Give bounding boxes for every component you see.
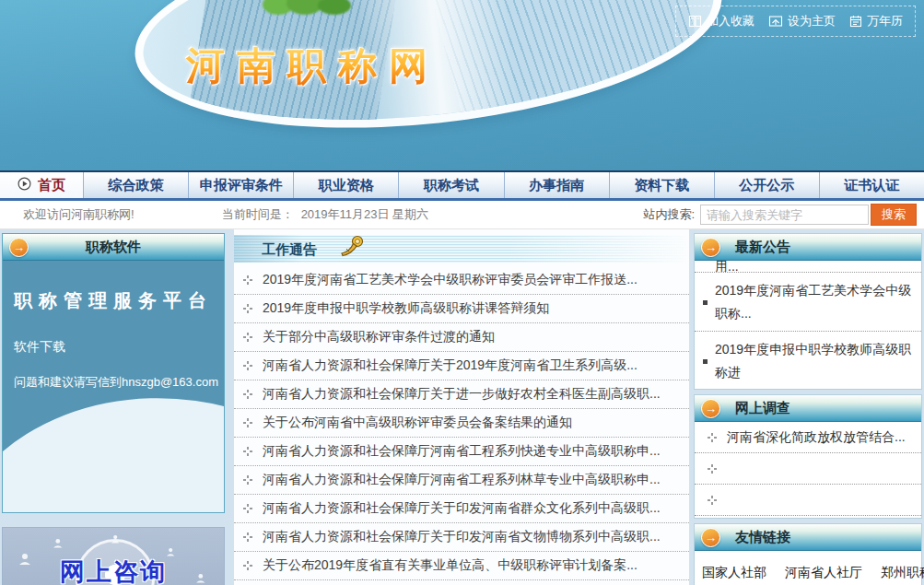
panel-title: 友情链接 — [735, 529, 790, 546]
notice-link[interactable]: 河南省人力资源和社会保障厅关于2019年度河南省卫生系列高级... — [234, 352, 689, 380]
nav-items: 综合政策申报评审条件职业资格职称考试办事指南资料下载公开公示证书认证 — [83, 172, 924, 198]
survey-header: → 网上调查 — [695, 395, 921, 422]
software-download-link[interactable]: 软件下载 — [14, 339, 224, 356]
trumpet-icon — [337, 235, 365, 266]
calendar-icon — [849, 15, 862, 28]
bullet-icon — [243, 561, 252, 570]
page: 河南职称网 加入收藏 设为主页 — [0, 0, 924, 585]
nav-item[interactable]: 办事指南 — [504, 172, 609, 198]
survey-link[interactable]: 河南省深化简政放权放管结合... — [695, 422, 921, 453]
welcome-text: 欢迎访问河南职称网! — [23, 206, 135, 223]
bullet-icon — [243, 475, 252, 485]
search-label: 站内搜索: — [643, 206, 695, 223]
nav-item[interactable]: 职业资格 — [293, 172, 398, 198]
search-button[interactable]: 搜索 — [871, 204, 917, 226]
friend-link[interactable]: 郑州职称网 — [881, 565, 924, 581]
nav-item[interactable]: 职称考试 — [398, 172, 503, 198]
site-search: 站内搜索: 搜索 — [643, 204, 917, 226]
nav-item[interactable]: 公开公示 — [714, 172, 819, 198]
arrow-circle-icon: → — [701, 238, 720, 257]
add-favorite-link[interactable]: 加入收藏 — [688, 13, 754, 29]
notice-link[interactable]: 河南省人力资源和社会保障厅关于进一步做好农村全科医生副高级职... — [234, 380, 689, 409]
set-homepage-link[interactable]: 设为主页 — [768, 13, 836, 29]
section-title: 工作通告 — [262, 241, 317, 257]
time-label: 当前时间是： — [222, 206, 294, 223]
friend-link[interactable]: 国家人社部 — [702, 565, 766, 581]
bullet-icon — [243, 532, 252, 542]
bullet-icon — [243, 275, 252, 285]
friend-links-panel: → 友情链接 国家人社部河南省人社厅郑州职称网 — [694, 523, 922, 585]
work-notices-header: 工作通告 — [234, 235, 689, 263]
bullet-icon — [243, 333, 252, 342]
foliage-image — [263, 0, 373, 22]
notice-link[interactable]: 关于公布河南省中高级职称评审委员会备案结果的通知 — [234, 409, 689, 438]
friend-link[interactable]: 河南省人社厅 — [785, 565, 862, 581]
nav-item[interactable]: 申报评审条件 — [188, 172, 293, 198]
set-home-icon — [768, 15, 783, 28]
bookmark-icon — [688, 15, 702, 28]
announcements-header: → 最新公告 — [695, 234, 921, 261]
notice-link[interactable]: 2019年度河南省工艺美术学会中级职称评审委员会评审工作报送... — [234, 266, 689, 295]
announcement-list: 2019年度河南省工艺美术学会中级职称... 2019年度申报中职学校教师高级职… — [695, 273, 921, 390]
contact-text: 问题和建议请写信到hnszgb@163.com — [14, 374, 224, 391]
bullet-icon — [243, 304, 252, 313]
info-bar: 欢迎访问河南职称网! 当前时间是： 2019年11月23日 星期六 站内搜索: … — [0, 201, 924, 229]
content-area: → 职称软件 职称管理服务平台 软件下载 问题和建议请写信到hnszgb@163… — [0, 229, 924, 585]
search-input[interactable] — [700, 205, 869, 225]
survey-list: 河南省深化简政放权放管结合... — [695, 422, 921, 516]
survey-link[interactable] — [695, 485, 921, 516]
nav-item-home[interactable]: 首页 — [0, 172, 83, 198]
nav-item[interactable]: 资料下载 — [609, 172, 714, 198]
panel-title: 职称软件 — [29, 239, 198, 256]
nav-item[interactable]: 综合政策 — [83, 172, 188, 198]
dot-bullet-icon — [703, 359, 708, 364]
notice-link[interactable]: 2019年度申报中职学校教师高级职称讲课答辩须知 — [234, 295, 689, 323]
consult-banner-title: 网上咨询 — [3, 556, 224, 585]
announcements-panel: → 最新公告 用... 2019年度河南省工艺美术学会中级职称... — [694, 233, 922, 390]
quick-links: 加入收藏 设为主页 万年历 — [675, 6, 916, 37]
software-panel: → 职称软件 职称管理服务平台 软件下载 问题和建议请写信到hnszgb@163… — [2, 233, 225, 513]
bullet-icon — [708, 496, 717, 505]
bullet-icon — [243, 447, 252, 456]
calendar-link[interactable]: 万年历 — [849, 13, 903, 29]
arrow-circle-icon: → — [701, 528, 720, 547]
panel-title: 网上调查 — [735, 400, 790, 417]
notice-link[interactable]: 河南省人力资源和社会保障厅河南省工程系列快递专业中高级职称申... — [234, 438, 689, 466]
bullet-icon — [243, 418, 252, 427]
notice-link[interactable]: 河南省人力资源和社会保障厅关于印发河南省文物博物系列中高级职... — [234, 523, 689, 552]
software-panel-header: → 职称软件 — [3, 234, 224, 261]
notice-link[interactable]: 关于公布2019年度省直有关事业单位高、中级职称评审计划备案... — [234, 552, 689, 580]
friend-links-header: → 友情链接 — [695, 524, 921, 551]
notice-link[interactable]: 河南省人力资源和社会保障厅关于印发河南省群众文化系列中高级职... — [234, 495, 689, 523]
site-logo: 河南职称网 — [186, 41, 439, 92]
announcement-link[interactable]: 2019年度申报中职学校教师高级职称进 — [695, 332, 921, 390]
dot-bullet-icon — [703, 300, 708, 305]
main-nav: 首页 综合政策申报评审条件职业资格职称考试办事指南资料下载公开公示证书认证 — [0, 170, 924, 201]
announcement-link[interactable]: 2019年度河南省工艺美术学会中级职称... — [695, 273, 921, 332]
bullet-icon — [243, 390, 252, 399]
bullet-icon — [243, 504, 252, 513]
panel-title: 最新公告 — [735, 239, 790, 256]
notice-link[interactable]: 河南省人力资源和社会保障厅河南省工程系列林草专业中高级职称申... — [234, 466, 689, 495]
notice-list: 2019年度河南省工艺美术学会中级职称评审委员会评审工作报送... 2019年度… — [234, 266, 689, 580]
survey-link[interactable] — [695, 453, 921, 485]
arrow-circle-icon: → — [9, 238, 29, 257]
nav-item[interactable]: 证书认证 — [819, 172, 924, 198]
arrow-circle-icon: → — [701, 399, 720, 418]
bullet-icon — [708, 433, 717, 442]
site-banner: 河南职称网 加入收藏 设为主页 — [0, 0, 924, 170]
online-consult-banner[interactable]: 网上咨询 — [2, 527, 225, 585]
friend-links: 国家人社部河南省人社厅郑州职称网 — [695, 551, 921, 585]
notice-link[interactable]: 关于部分中高级职称评审条件过渡的通知 — [234, 323, 689, 352]
bullet-icon — [708, 464, 717, 474]
platform-link[interactable]: 职称管理服务平台 — [3, 288, 224, 313]
announcement-partial[interactable]: 用... — [695, 261, 921, 273]
bullet-icon — [243, 361, 252, 370]
time-value: 2019年11月23日 星期六 — [301, 206, 429, 223]
work-notices-section: 工作通告 — [234, 229, 689, 585]
play-circle-icon — [18, 177, 31, 193]
survey-panel: → 网上调查 河南省深化简政放权放管结合... — [694, 394, 922, 519]
